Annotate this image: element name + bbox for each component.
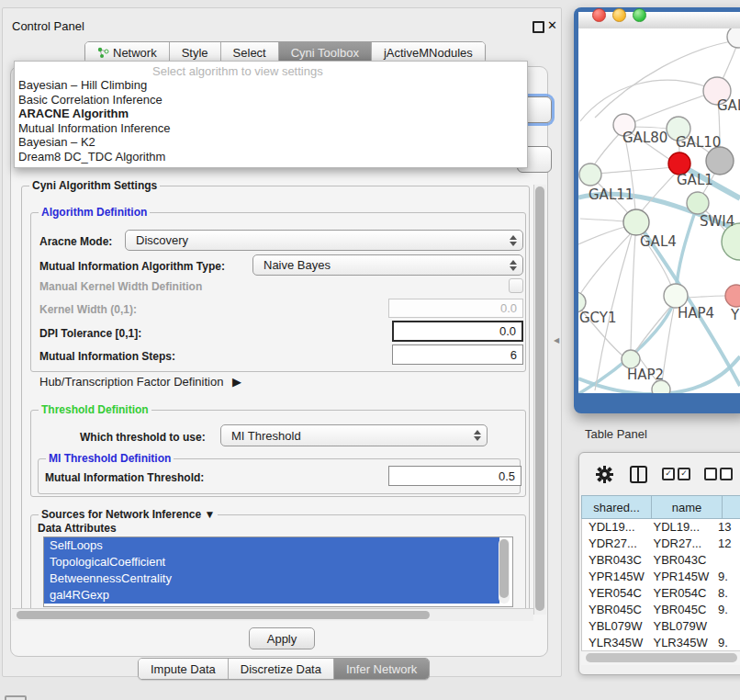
settings-horizontal-scrollbar[interactable] [12,608,533,621]
table-column-header[interactable]: name [652,495,723,519]
node-label: Y [730,307,740,323]
table-row[interactable]: YBR045CYBR045C9. [582,602,740,618]
mi-steps-label: Mutual Information Steps: [39,350,175,363]
network-edge[interactable] [631,235,635,350]
tab-impute-data[interactable]: Impute Data [139,659,229,679]
table-column-header[interactable]: A [723,495,740,519]
tab-discretize-data[interactable]: Discretize Data [229,659,334,679]
table-row[interactable]: YDL19...YDL19...13 [582,519,740,536]
table-row[interactable]: YBL079WYBL079W [582,618,740,635]
data-attributes-list[interactable]: SelfLoopsTopologicalCoefficientBetweenne… [43,536,513,607]
attribute-list-item[interactable]: gal4RGexp [44,587,499,604]
manual-kernel-checkbox[interactable] [509,278,523,293]
table-cell [712,618,740,635]
mi-threshold-field[interactable]: 0.5 [388,466,521,486]
network-edge[interactable] [580,231,633,294]
mi-threshold-group-title: MI Threshold Definition [46,452,174,465]
hide-all-columns-icon[interactable] [704,468,735,480]
network-edge[interactable] [580,219,624,221]
network-node[interactable] [727,28,740,48]
table-cell: 12 [712,536,740,552]
tab-select[interactable]: Select [221,42,279,62]
network-edge[interactable] [593,132,621,166]
column-view-icon[interactable] [630,466,647,483]
tab-network[interactable]: Network [85,42,170,62]
window-close-icon[interactable] [592,8,606,22]
node-label: HAP4 [678,305,714,322]
tab-style[interactable]: Style [170,42,221,62]
mi-threshold-label: Mutual Information Threshold: [45,471,204,484]
tab-label: Impute Data [151,662,216,676]
table-cell: YBR043C [582,552,646,569]
sources-title-text: Sources for Network Inference [41,508,201,521]
network-canvas[interactable]: GALGAL80GAL10GAL1GAL11SWI4GAL4GCY1HAP4YH… [578,28,740,393]
table-cell: YER054C [582,585,646,602]
network-node-gal4[interactable] [623,209,649,235]
network-node-hap2[interactable] [622,350,640,368]
network-edge[interactable] [578,227,625,244]
collapsed-arrow-icon: ▶ [232,375,241,389]
algorithm-option[interactable]: Basic Correlation Inference [18,93,163,107]
table-row[interactable]: YBR043CYBR043C [582,552,740,569]
window-zoom-icon[interactable] [633,8,646,22]
table-horizontal-scrollbar[interactable] [581,650,740,665]
algorithm-option[interactable]: ARACNE Algorithm [18,107,129,120]
tab-infer-network[interactable]: Infer Network [334,659,429,679]
network-edge[interactable] [687,296,725,298]
network-edge[interactable] [632,127,667,129]
kernel-width-field: 0.0 [388,299,523,318]
table-panel-title: Table Panel [585,427,647,441]
table-column-header[interactable]: shared... [581,495,652,519]
which-threshold-combobox[interactable]: MI Threshold [220,424,488,446]
threshold-definition-title: Threshold Definition [39,403,151,416]
table-cell: YDR27... [646,536,711,552]
network-node-swi4[interactable] [687,192,709,214]
network-node-y[interactable] [725,285,740,307]
node-label: GAL10 [676,134,721,151]
table-row[interactable]: YDR27...YDR27...12 [582,536,740,552]
network-edge[interactable] [600,167,674,174]
hub-definition-label: Hub/Transcription Factor Definition [39,375,223,389]
splitter-grip-icon[interactable]: ◀ [554,336,559,344]
table-row[interactable]: YPR145WYPR145W9. [582,569,740,585]
table-cell: 9. [712,569,740,585]
table-cell: 8. [712,585,740,602]
attribute-list-item[interactable]: TopologicalCoefficient [44,554,499,570]
dpi-tolerance-field[interactable]: 0.0 [392,321,523,342]
network-node[interactable] [706,147,734,175]
table-row[interactable]: YER054CYER054C8. [582,585,740,602]
algorithm-option[interactable]: Dream8 DC_TDC Algorithm [18,150,165,164]
tab-label: Cyni Toolbox [291,46,359,60]
algorithm-option[interactable]: Bayesian – K2 [18,135,95,149]
close-icon[interactable]: ✕ [547,18,557,32]
mi-type-label: Mutual Information Algorithm Type: [39,260,225,273]
mi-type-combobox[interactable]: Naive Bayes [252,254,523,276]
algorithm-option[interactable]: Bayesian – Hill Climbing [18,78,147,92]
corner-button[interactable] [5,695,27,700]
aracne-mode-combobox[interactable]: Discovery [125,230,523,251]
attribute-list-item[interactable]: SelfLoops [44,537,499,554]
attributes-list-scrollbar[interactable] [499,538,510,604]
algorithm-definition-title: Algorithm Definition [39,206,150,219]
apply-button[interactable]: Apply [249,627,315,649]
table-cell: YLR345W [646,635,711,650]
algorithm-option[interactable]: Mutual Information Inference [18,121,170,135]
combo-arrows-icon [510,260,517,271]
show-all-columns-icon[interactable]: ✓✓ [662,468,693,480]
window-minimize-icon[interactable] [612,8,626,22]
data-attributes-label: Data Attributes [38,522,117,535]
attribute-list-item[interactable]: BetweennessCentrality [44,570,499,587]
table-cell: YBR045C [582,602,646,618]
float-window-icon[interactable] [533,21,544,33]
tab-jactivemnodules[interactable]: jActiveMNodules [372,42,485,62]
network-edge[interactable] [580,80,717,121]
network-node-gal11[interactable] [579,164,601,186]
settings-vertical-scrollbar[interactable] [533,185,546,615]
aracne-mode-value: Discovery [136,233,188,247]
hub-definition-toggle[interactable]: Hub/Transcription Factor Definition ▶ [39,375,241,389]
mi-steps-field[interactable]: 6 [392,344,523,365]
tab-cyni-toolbox[interactable]: Cyni Toolbox [279,42,372,62]
table-row[interactable]: YLR345WYLR345W9. [582,635,740,650]
gear-icon[interactable] [596,466,613,483]
expanded-arrow-icon[interactable]: ▼ [204,508,215,521]
